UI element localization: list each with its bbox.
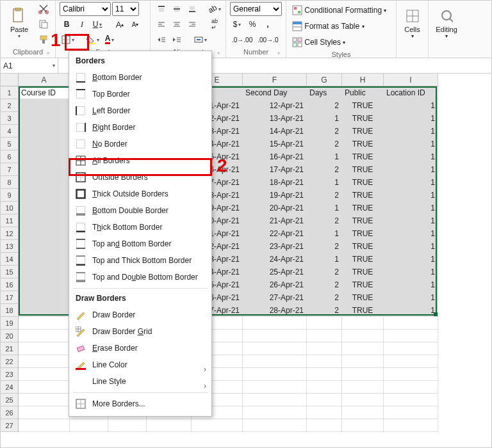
- cell[interactable]: Days: [307, 86, 342, 99]
- cell[interactable]: 14-Apr-21: [243, 125, 307, 138]
- cell[interactable]: [307, 381, 342, 394]
- cell[interactable]: [342, 406, 384, 419]
- cell[interactable]: TRUE: [342, 227, 384, 240]
- cell[interactable]: [19, 278, 70, 291]
- cell[interactable]: [19, 253, 70, 266]
- row-header[interactable]: 27: [1, 419, 19, 432]
- cell[interactable]: 1: [384, 163, 438, 176]
- row-header[interactable]: 17: [1, 291, 19, 304]
- cell[interactable]: 15-Apr-21: [243, 138, 307, 150]
- increase-decimal-button[interactable]: .0→.00: [230, 33, 254, 47]
- menu-item-draw-border[interactable]: Draw Border: [69, 307, 211, 323]
- bold-button[interactable]: B: [60, 17, 74, 31]
- menu-item-top-and-thick-bottom-border[interactable]: Top and Thick Bottom Border: [69, 252, 211, 269]
- cell[interactable]: 1: [384, 150, 438, 163]
- cell[interactable]: TRUE: [342, 150, 384, 163]
- cell[interactable]: [19, 317, 70, 330]
- row-header[interactable]: 20: [1, 330, 19, 342]
- editing-button[interactable]: Editing▾: [432, 2, 461, 44]
- cell[interactable]: 2: [307, 138, 342, 150]
- row-header[interactable]: 13: [1, 240, 19, 253]
- cell[interactable]: TRUE: [342, 291, 384, 304]
- cell[interactable]: TRUE: [342, 253, 384, 266]
- menu-item-outside-borders[interactable]: Outside Borders: [69, 169, 211, 186]
- cell[interactable]: [19, 138, 70, 150]
- col-header-A[interactable]: A: [19, 74, 70, 86]
- cell[interactable]: [243, 406, 307, 419]
- cell[interactable]: [19, 355, 70, 368]
- cell[interactable]: [342, 342, 384, 355]
- row-header[interactable]: 18: [1, 304, 19, 317]
- cell[interactable]: [342, 355, 384, 368]
- cell[interactable]: [19, 342, 70, 355]
- cell[interactable]: [342, 317, 384, 330]
- cell[interactable]: TRUE: [342, 163, 384, 176]
- cell[interactable]: 21-Apr-21: [243, 214, 307, 227]
- cell[interactable]: 1: [384, 291, 438, 304]
- cell[interactable]: [342, 419, 384, 432]
- row-header[interactable]: 6: [1, 150, 19, 163]
- cut-button[interactable]: [37, 2, 51, 16]
- col-header-I[interactable]: I: [384, 74, 438, 86]
- decrease-decimal-button[interactable]: .00→.0: [256, 33, 280, 47]
- cell[interactable]: [19, 330, 70, 342]
- percent-button[interactable]: %: [245, 17, 259, 31]
- cell[interactable]: [384, 381, 438, 394]
- menu-item-top-and-double-bottom-border[interactable]: Top and Double Bottom Border: [69, 269, 211, 285]
- cell[interactable]: 13-Apr-21: [243, 112, 307, 125]
- wrap-text-button[interactable]: ab↵: [208, 17, 222, 31]
- cell[interactable]: 1: [384, 202, 438, 214]
- cell[interactable]: [307, 368, 342, 381]
- cell[interactable]: 2: [307, 291, 342, 304]
- cell[interactable]: [342, 368, 384, 381]
- row-header[interactable]: 12: [1, 227, 19, 240]
- cell[interactable]: 1: [307, 227, 342, 240]
- align-center-button[interactable]: [170, 17, 184, 31]
- row-header[interactable]: 16: [1, 278, 19, 291]
- cell[interactable]: Public: [342, 86, 384, 99]
- cell[interactable]: [342, 394, 384, 406]
- cell[interactable]: [342, 381, 384, 394]
- menu-item-top-border[interactable]: Top Border: [69, 86, 211, 102]
- cell[interactable]: [19, 406, 70, 419]
- cell[interactable]: 2: [307, 278, 342, 291]
- cell[interactable]: [384, 394, 438, 406]
- cell[interactable]: 2: [307, 304, 342, 317]
- cell[interactable]: [384, 406, 438, 419]
- cell[interactable]: [307, 330, 342, 342]
- cell[interactable]: TRUE: [342, 138, 384, 150]
- cell[interactable]: [19, 291, 70, 304]
- cell[interactable]: [19, 368, 70, 381]
- number-format-select[interactable]: General: [230, 2, 282, 16]
- cell[interactable]: 12-Apr-21: [243, 99, 307, 112]
- cell[interactable]: [307, 419, 342, 432]
- cell[interactable]: TRUE: [342, 266, 384, 278]
- cell[interactable]: 25-Apr-21: [243, 266, 307, 278]
- row-header[interactable]: 9: [1, 189, 19, 202]
- comma-button[interactable]: ,: [261, 17, 275, 31]
- cell[interactable]: 2: [307, 189, 342, 202]
- cell[interactable]: 1: [384, 214, 438, 227]
- cell[interactable]: TRUE: [342, 176, 384, 189]
- cell[interactable]: 1: [384, 125, 438, 138]
- row-header[interactable]: 22: [1, 355, 19, 368]
- cell[interactable]: 1: [384, 278, 438, 291]
- menu-item-thick-outside-borders[interactable]: Thick Outside Borders: [69, 186, 211, 202]
- cell[interactable]: [19, 112, 70, 125]
- row-header[interactable]: 5: [1, 138, 19, 150]
- row-header[interactable]: 10: [1, 202, 19, 214]
- cell[interactable]: 27-Apr-21: [243, 291, 307, 304]
- cell[interactable]: 1: [384, 227, 438, 240]
- shrink-font-button[interactable]: A▾: [128, 17, 142, 31]
- cell[interactable]: [243, 355, 307, 368]
- underline-button[interactable]: U: [90, 17, 104, 31]
- row-header[interactable]: 11: [1, 214, 19, 227]
- conditional-formatting-button[interactable]: Conditional Formatting ▾: [290, 3, 393, 17]
- row-header[interactable]: 25: [1, 394, 19, 406]
- decrease-indent-button[interactable]: [154, 33, 168, 47]
- menu-item-more-borders[interactable]: More Borders...: [69, 396, 211, 412]
- cell[interactable]: TRUE: [342, 202, 384, 214]
- cell[interactable]: 1: [384, 304, 438, 317]
- cell[interactable]: Location ID: [384, 86, 438, 99]
- cell[interactable]: [70, 419, 108, 432]
